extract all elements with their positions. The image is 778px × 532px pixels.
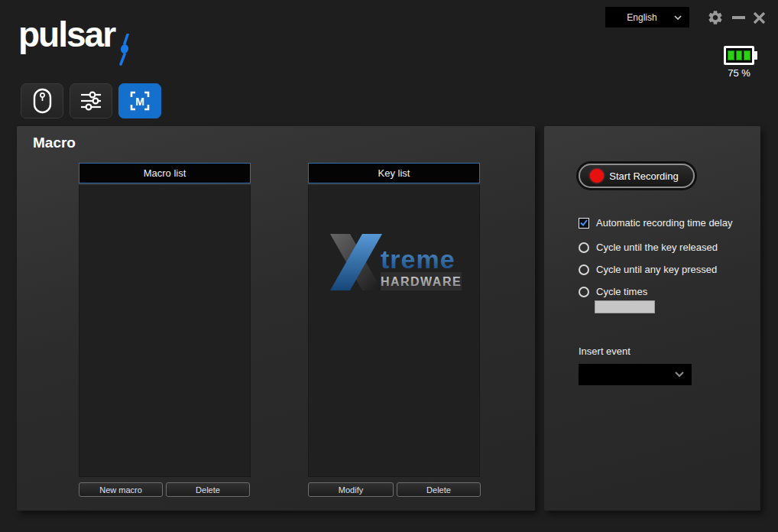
battery-icon bbox=[724, 46, 754, 65]
start-recording-button[interactable]: Start Recording bbox=[579, 164, 695, 188]
check-icon bbox=[580, 219, 588, 226]
chevron-down-icon bbox=[674, 15, 682, 20]
xtreme-hardware-watermark: treme HARDWARE bbox=[327, 234, 463, 295]
cycle-until-pressed-row[interactable]: Cycle until any key pressed bbox=[579, 264, 717, 275]
battery-percent: 75 % bbox=[721, 67, 757, 79]
cycle-until-released-label: Cycle until the key released bbox=[596, 242, 718, 253]
main-tabs: M bbox=[21, 83, 161, 118]
tab-macro[interactable]: M bbox=[118, 83, 161, 118]
macro-panel: Macro Macro list Key list treme HARDWARE bbox=[17, 126, 535, 511]
cycle-times-row[interactable]: Cycle times bbox=[579, 286, 647, 297]
new-macro-button[interactable]: New macro bbox=[79, 482, 163, 497]
settings-gear-button[interactable] bbox=[706, 8, 725, 27]
macro-list-header: Macro list bbox=[79, 163, 251, 183]
macro-icon-letter: M bbox=[135, 96, 144, 108]
modify-key-button[interactable]: Modify bbox=[308, 482, 394, 497]
key-list-header: Key list bbox=[308, 163, 480, 183]
auto-delay-label: Automatic recording time delay bbox=[596, 217, 732, 229]
close-icon bbox=[753, 11, 766, 24]
cycle-until-released-row[interactable]: Cycle until the key released bbox=[579, 242, 718, 253]
insert-event-dropdown[interactable] bbox=[579, 364, 692, 385]
minimize-button[interactable] bbox=[729, 8, 747, 27]
macro-icon: M bbox=[128, 90, 152, 112]
radio-unselected[interactable] bbox=[579, 242, 589, 253]
tab-settings[interactable] bbox=[70, 83, 112, 118]
delete-macro-button[interactable]: Delete bbox=[166, 482, 250, 497]
gear-icon bbox=[707, 9, 724, 26]
cycle-times-label: Cycle times bbox=[596, 286, 647, 297]
record-dot-icon bbox=[590, 169, 604, 183]
language-dropdown-value: English bbox=[627, 12, 656, 23]
minimize-icon bbox=[732, 16, 745, 19]
mouse-icon bbox=[32, 87, 53, 115]
watermark-text-treme: treme bbox=[381, 245, 455, 274]
app-logo: pulsar bbox=[18, 17, 131, 66]
close-button[interactable] bbox=[750, 8, 768, 27]
battery-indicator: 75 % bbox=[721, 46, 757, 79]
sliders-icon bbox=[79, 89, 103, 113]
delete-key-button[interactable]: Delete bbox=[397, 482, 481, 497]
chevron-down-icon bbox=[675, 371, 684, 378]
language-dropdown[interactable]: English bbox=[605, 7, 689, 28]
radio-unselected[interactable] bbox=[579, 287, 589, 297]
cycle-times-input[interactable] bbox=[595, 300, 655, 313]
key-list[interactable]: treme HARDWARE bbox=[308, 185, 480, 477]
macro-list[interactable] bbox=[79, 185, 251, 477]
insert-event-label: Insert event bbox=[579, 345, 631, 357]
page-title: Macro bbox=[33, 135, 76, 151]
checkbox-checked[interactable] bbox=[579, 218, 589, 229]
recording-panel: Start Recording Automatic recording time… bbox=[544, 126, 760, 511]
start-recording-label: Start Recording bbox=[604, 170, 684, 182]
logo-spark-icon bbox=[118, 34, 131, 66]
cycle-until-pressed-label: Cycle until any key pressed bbox=[596, 264, 717, 275]
radio-unselected[interactable] bbox=[579, 264, 589, 275]
tab-mouse[interactable] bbox=[21, 83, 63, 118]
logo-text: pulsar bbox=[18, 17, 115, 52]
watermark-text-hardware: HARDWARE bbox=[381, 275, 462, 288]
auto-delay-checkbox-row[interactable]: Automatic recording time delay bbox=[579, 217, 732, 229]
